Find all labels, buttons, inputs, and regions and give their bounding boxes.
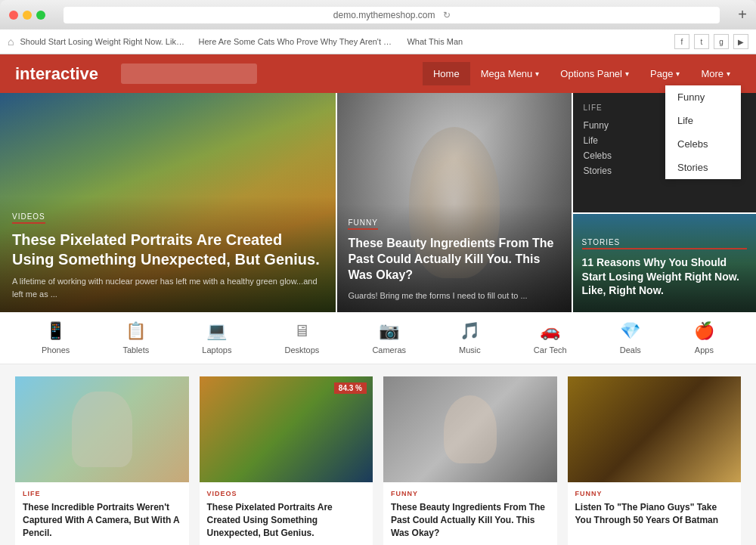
nav-mega-menu[interactable]: Mega Menu ▾	[470, 62, 550, 85]
toolbar-link-2[interactable]: Here Are Some Cats Who Prove Why They Ar…	[198, 37, 395, 46]
article-card-4[interactable]: FUNNY Listen To "The Piano Guys" Take Yo…	[568, 376, 742, 545]
hero-middle-title: These Beauty Ingredients From The Past C…	[348, 236, 560, 283]
chevron-down-icon: ▾	[676, 70, 680, 78]
browser-titlebar: demo.mythemeshop.com ↻ +	[0, 0, 756, 29]
category-desktops[interactable]: 🖥 Desktops	[284, 321, 319, 355]
music-icon: 🎵	[460, 321, 480, 341]
hero-main-overlay: VIDEOS These Pixelated Portraits Are Cre…	[0, 197, 336, 312]
new-tab-button[interactable]: +	[738, 6, 747, 23]
hero-section: VIDEOS These Pixelated Portraits Are Cre…	[0, 93, 756, 312]
articles-section: LIFE These Incredible Portraits Weren't …	[0, 364, 756, 545]
dropdown-item-life[interactable]: Life	[665, 109, 741, 132]
hero-right-bottom[interactable]: STORIES 11 Reasons Why You Should Start …	[573, 212, 756, 312]
tablet-icon: 📋	[125, 321, 146, 341]
category-tablets[interactable]: 📋 Tablets	[122, 321, 149, 355]
category-bar: 📱 Phones 📋 Tablets 💻 Laptops 🖥 Desktops …	[0, 312, 756, 364]
article-card-1[interactable]: LIFE These Incredible Portraits Weren't …	[15, 376, 189, 545]
hero-right-bottom-title: 11 Reasons Why You Should Start Losing W…	[582, 255, 747, 297]
hero-middle-tag: FUNNY	[348, 218, 377, 230]
hero-main-tag: VIDEOS	[12, 212, 45, 224]
twitter-toolbar-icon[interactable]: t	[694, 34, 709, 49]
article-content-3: FUNNY These Beauty Ingredients From The …	[383, 482, 557, 545]
car-icon: 🚗	[540, 321, 560, 341]
article-content-1: LIFE These Incredible Portraits Weren't …	[15, 482, 189, 545]
category-music[interactable]: 🎵 Music	[459, 321, 481, 355]
toolbar-link-1[interactable]: Should Start Losing Weight Right Now. Li…	[20, 37, 186, 46]
dropdown-item-stories[interactable]: Stories	[665, 156, 741, 179]
article-title-1: These Incredible Portraits Weren't Captu…	[23, 501, 181, 539]
article-tag-1: LIFE	[23, 490, 181, 497]
category-cameras[interactable]: 📷 Cameras	[372, 321, 406, 355]
close-dot[interactable]	[9, 11, 18, 20]
category-laptops[interactable]: 💻 Laptops	[202, 321, 231, 355]
nav-options-panel[interactable]: Options Panel ▾	[550, 62, 640, 85]
article-title-3: These Beauty Ingredients From The Past C…	[391, 501, 550, 539]
article-image-4	[568, 376, 742, 482]
hero-right-bottom-overlay: STORIES 11 Reasons Why You Should Start …	[573, 214, 756, 312]
toolbar-link-3[interactable]: What This Man	[407, 37, 463, 46]
home-icon[interactable]: ⌂	[8, 36, 14, 48]
article-image-2: 84.3 %	[200, 376, 373, 482]
maximize-dot[interactable]	[36, 11, 45, 20]
article-image-3	[383, 376, 557, 482]
browser-dots	[9, 11, 45, 20]
apple-icon: 🍎	[694, 321, 714, 341]
search-input[interactable]	[121, 63, 257, 84]
hero-main-desc: A lifetime of working with nuclear power…	[12, 275, 324, 300]
site-header: interactive Home Mega Menu ▾ Options Pan…	[0, 54, 756, 93]
desktop-icon: 🖥	[293, 321, 310, 341]
article-content-2: VIDEOS These Pixelated Portraits Are Cre…	[200, 482, 373, 545]
url-bar[interactable]: demo.mythemeshop.com ↻	[64, 7, 720, 23]
hero-middle-overlay: FUNNY These Beauty Ingredients From The …	[337, 204, 571, 312]
nav-more[interactable]: More ▾ Funny Life Celebs Stories	[690, 62, 741, 85]
dropdown-item-funny[interactable]: Funny	[665, 85, 741, 109]
article-tag-4: FUNNY	[575, 490, 734, 497]
article-tag-3: FUNNY	[391, 490, 550, 497]
dropdown-item-celebs[interactable]: Celebs	[665, 132, 741, 156]
camera-icon: 📷	[379, 321, 399, 341]
nav-home[interactable]: Home	[423, 62, 470, 85]
youtube-toolbar-icon[interactable]: ▶	[733, 34, 748, 49]
hero-middle[interactable]: FUNNY These Beauty Ingredients From The …	[336, 93, 571, 312]
toolbar-links: Should Start Losing Weight Right Now. Li…	[20, 37, 668, 46]
article-image-1	[15, 376, 189, 482]
category-phones[interactable]: 📱 Phones	[42, 321, 70, 355]
article-card-3[interactable]: FUNNY These Beauty Ingredients From The …	[383, 376, 557, 545]
category-deals[interactable]: 💎 Deals	[620, 321, 641, 355]
diamond-icon: 💎	[620, 321, 640, 341]
minimize-dot[interactable]	[23, 11, 32, 20]
article-title-2: These Pixelated Portraits Are Created Us…	[207, 501, 366, 539]
chevron-down-icon: ▾	[625, 70, 629, 78]
chevron-down-icon: ▾	[727, 70, 730, 78]
refresh-icon[interactable]: ↻	[443, 10, 451, 20]
site-wrapper: interactive Home Mega Menu ▾ Options Pan…	[0, 54, 756, 545]
browser-toolbar: ⌂ Should Start Losing Weight Right Now. …	[0, 29, 756, 54]
category-car-tech[interactable]: 🚗 Car Tech	[534, 321, 567, 355]
articles-grid: LIFE These Incredible Portraits Weren't …	[15, 376, 741, 545]
toolbar-social: f t g ▶	[674, 34, 748, 49]
nav-menu: Home Mega Menu ▾ Options Panel ▾ Page ▾ …	[423, 62, 741, 85]
chevron-down-icon: ▾	[535, 70, 539, 78]
hero-right-bottom-tag: STORIES	[582, 238, 747, 249]
article-title-4: Listen To "The Piano Guys" Take You Thro…	[575, 501, 734, 527]
article-card-2[interactable]: 84.3 % VIDEOS These Pixelated Portraits …	[200, 376, 373, 545]
hero-main[interactable]: VIDEOS These Pixelated Portraits Are Cre…	[0, 93, 336, 312]
hero-middle-desc: Guards! Bring me the forms I need to fil…	[348, 290, 560, 302]
category-apps[interactable]: 🍎 Apps	[694, 321, 714, 355]
googleplus-toolbar-icon[interactable]: g	[714, 34, 729, 49]
article-content-4: FUNNY Listen To "The Piano Guys" Take Yo…	[568, 482, 742, 534]
site-logo: interactive	[15, 64, 98, 84]
more-dropdown-menu: Funny Life Celebs Stories	[665, 85, 741, 179]
phone-icon: 📱	[45, 321, 66, 341]
article-tag-2: VIDEOS	[207, 490, 366, 497]
article-badge-2: 84.3 %	[334, 382, 367, 394]
laptop-icon: 💻	[206, 321, 227, 341]
nav-page[interactable]: Page ▾	[640, 62, 690, 85]
browser-window: demo.mythemeshop.com ↻ + ⌂ Should Start …	[0, 0, 756, 545]
hero-main-title: These Pixelated Portraits Are Created Us…	[12, 230, 324, 269]
facebook-toolbar-icon[interactable]: f	[674, 34, 689, 49]
